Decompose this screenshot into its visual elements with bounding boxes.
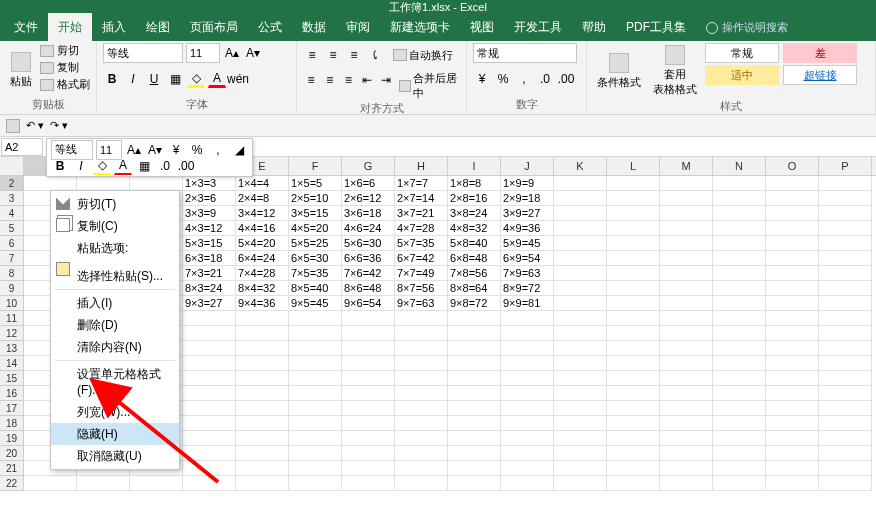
select-all-corner[interactable]: [0, 157, 24, 175]
cell[interactable]: [607, 206, 660, 221]
cell[interactable]: [501, 416, 554, 431]
tab-insert[interactable]: 插入: [92, 13, 136, 42]
cell[interactable]: [660, 386, 713, 401]
cell[interactable]: 7×4=28: [236, 266, 289, 281]
grow-font-button[interactable]: A▴: [223, 44, 241, 62]
cell[interactable]: [660, 311, 713, 326]
row-header[interactable]: 6: [0, 236, 24, 251]
cell[interactable]: [24, 176, 77, 191]
cell[interactable]: [289, 341, 342, 356]
cell[interactable]: 4×9=36: [501, 221, 554, 236]
indent-dec-button[interactable]: ⇤: [359, 71, 375, 89]
row-header[interactable]: 5: [0, 221, 24, 236]
cell[interactable]: [448, 386, 501, 401]
cell[interactable]: 6×5=30: [289, 251, 342, 266]
cell[interactable]: 6×9=54: [501, 251, 554, 266]
cell[interactable]: [448, 416, 501, 431]
ctx-col-width[interactable]: 列宽(W)...: [51, 401, 179, 423]
cell[interactable]: [713, 221, 766, 236]
cell[interactable]: 5×8=40: [448, 236, 501, 251]
cell[interactable]: 8×5=40: [289, 281, 342, 296]
cell[interactable]: [24, 476, 77, 491]
cell[interactable]: 4×6=24: [342, 221, 395, 236]
cell[interactable]: [766, 281, 819, 296]
style-neutral[interactable]: 适中: [705, 65, 779, 85]
row-header[interactable]: 21: [0, 461, 24, 476]
col-header-I[interactable]: I: [448, 157, 501, 175]
fill-color-button[interactable]: ◇: [187, 70, 205, 88]
row-header[interactable]: 13: [0, 341, 24, 356]
tab-developer[interactable]: 开发工具: [504, 13, 572, 42]
cell[interactable]: [342, 461, 395, 476]
cell[interactable]: 9×9=81: [501, 296, 554, 311]
cell[interactable]: 2×3=6: [183, 191, 236, 206]
cell[interactable]: 2×9=18: [501, 191, 554, 206]
cell[interactable]: [554, 461, 607, 476]
cell[interactable]: [766, 266, 819, 281]
cell[interactable]: [554, 176, 607, 191]
cell[interactable]: [713, 371, 766, 386]
cell[interactable]: 4×5=20: [289, 221, 342, 236]
row-header[interactable]: 12: [0, 326, 24, 341]
cell[interactable]: [660, 416, 713, 431]
cell[interactable]: [607, 476, 660, 491]
cell[interactable]: [342, 326, 395, 341]
cell[interactable]: [660, 341, 713, 356]
cell[interactable]: [660, 281, 713, 296]
cell[interactable]: [766, 296, 819, 311]
align-bottom-button[interactable]: ≡: [345, 46, 363, 64]
ctx-insert[interactable]: 插入(I): [51, 292, 179, 314]
cell[interactable]: [660, 401, 713, 416]
cell[interactable]: [660, 446, 713, 461]
cell[interactable]: 6×4=24: [236, 251, 289, 266]
cell[interactable]: [660, 221, 713, 236]
cell[interactable]: [766, 236, 819, 251]
style-link[interactable]: 超链接: [783, 65, 857, 85]
cell[interactable]: [448, 341, 501, 356]
row-header[interactable]: 17: [0, 401, 24, 416]
cell[interactable]: [819, 236, 872, 251]
row-header[interactable]: 15: [0, 371, 24, 386]
cell[interactable]: 1×4=4: [236, 176, 289, 191]
row-header[interactable]: 7: [0, 251, 24, 266]
cell[interactable]: [819, 341, 872, 356]
cell[interactable]: 6×8=48: [448, 251, 501, 266]
cell[interactable]: [183, 311, 236, 326]
cell[interactable]: [554, 371, 607, 386]
cell[interactable]: [183, 431, 236, 446]
cell[interactable]: [766, 251, 819, 266]
cell[interactable]: [448, 356, 501, 371]
cell[interactable]: [660, 191, 713, 206]
font-name-select[interactable]: [103, 43, 183, 63]
cell[interactable]: [448, 476, 501, 491]
cell[interactable]: [819, 416, 872, 431]
cell[interactable]: 6×7=42: [395, 251, 448, 266]
cell[interactable]: [819, 251, 872, 266]
cell[interactable]: [819, 221, 872, 236]
cell[interactable]: [77, 476, 130, 491]
cell[interactable]: 4×7=28: [395, 221, 448, 236]
dec-decimal-button[interactable]: .00: [557, 70, 575, 88]
ctx-copy[interactable]: 复制(C): [51, 215, 179, 237]
cell[interactable]: [554, 296, 607, 311]
cell[interactable]: [289, 356, 342, 371]
cell[interactable]: [607, 416, 660, 431]
cell[interactable]: [236, 386, 289, 401]
tab-pagelayout[interactable]: 页面布局: [180, 13, 248, 42]
cell[interactable]: [819, 266, 872, 281]
cell[interactable]: 8×8=64: [448, 281, 501, 296]
cell[interactable]: [607, 281, 660, 296]
cell[interactable]: [554, 191, 607, 206]
cell[interactable]: 4×8=32: [448, 221, 501, 236]
cell[interactable]: 5×7=35: [395, 236, 448, 251]
cell[interactable]: [236, 416, 289, 431]
cell[interactable]: [607, 236, 660, 251]
cell[interactable]: [395, 341, 448, 356]
tab-review[interactable]: 审阅: [336, 13, 380, 42]
cell[interactable]: [183, 461, 236, 476]
cell[interactable]: [660, 266, 713, 281]
border-button[interactable]: ▦: [166, 70, 184, 88]
cell[interactable]: [766, 191, 819, 206]
cell[interactable]: [183, 476, 236, 491]
cell[interactable]: [660, 476, 713, 491]
